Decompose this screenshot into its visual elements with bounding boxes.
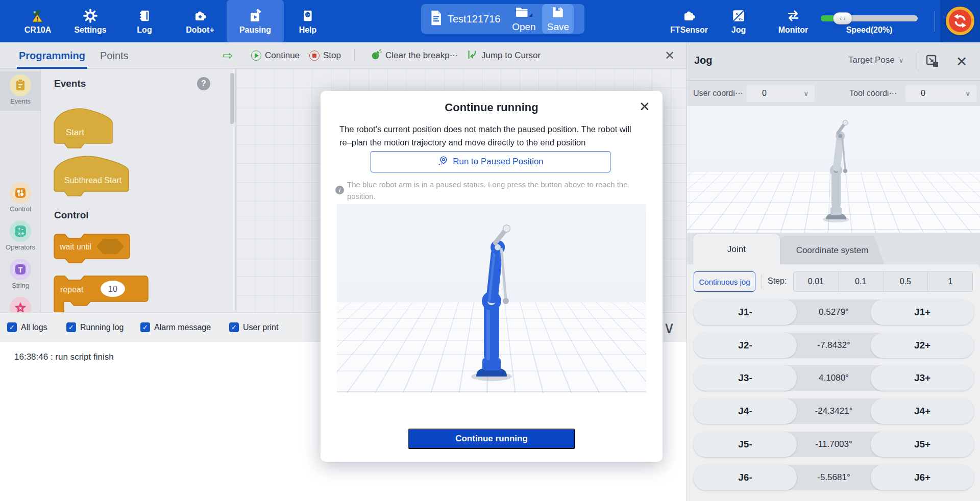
tab-programming[interactable]: Programming [19,42,85,69]
confirm-continue-running-button[interactable]: Continue running [408,429,575,449]
checkbox-checked-icon[interactable] [229,322,239,332]
emergency-stop-button[interactable] [946,7,974,35]
svg-text:✕: ✕ [19,306,22,311]
j5-minus-button[interactable]: J5- [694,432,797,457]
open-button[interactable]: Open [505,4,542,34]
j3-plus-button[interactable]: J3+ [871,365,974,391]
filter-alarm-message[interactable]: Alarm message [140,322,211,332]
dialog-body-text: The robot’s current position does not ma… [339,122,646,149]
save-floppy-icon [551,6,565,21]
j4-plus-button[interactable]: J4+ [871,398,974,424]
jog-3d-viewport[interactable] [687,106,980,233]
dialog-close-icon[interactable]: ✕ [636,98,653,115]
svg-text:×: × [18,231,20,236]
user-coord-value: 0 [747,89,803,98]
j1-value: 0.5279° [797,299,871,325]
filter-user-print[interactable]: User print [229,322,278,332]
block-start[interactable]: Start [53,108,114,152]
category-control[interactable]: Control [0,179,41,213]
palette-help-icon[interactable]: ? [197,77,210,90]
palette-section-events: Events [54,78,86,89]
j1-minus-button[interactable]: J1- [694,299,797,325]
j5-value: -11.7003° [797,432,871,457]
continue-button[interactable]: Continue [251,42,300,69]
speed-slider[interactable]: ‹› [821,15,918,21]
svg-text:÷: ÷ [21,231,24,236]
events-clipboard-icon [10,74,31,96]
clear-breakpoints-button[interactable]: Clear the breakp··· [371,42,458,69]
pose-selector-dropdown[interactable]: Target Pose∨ [848,55,903,65]
nav-item-jog[interactable]: x-x+ Jog [722,0,755,42]
dialog-title: Continue running [321,101,663,114]
j2-minus-button[interactable]: J2- [694,333,797,358]
user-coord-select[interactable]: 0 ∨ [747,85,815,102]
nav-item-ftsensor[interactable]: FTSensor [665,0,714,42]
panel-resize-button[interactable] [925,54,941,70]
joint-jog-content: Continuous jog Step: 0.01 0.1 0.5 1 J1- … [687,264,980,501]
j5-plus-button[interactable]: J5+ [871,432,974,457]
j6-minus-button[interactable]: J6- [694,465,797,490]
close-program-panel-button[interactable]: ✕ [659,42,680,69]
category-events[interactable]: Events [0,71,41,111]
clear-breakpoints-label: Clear the breakp··· [385,51,458,61]
nav-item-dobot-plus[interactable]: Dobot+ [178,0,223,42]
j4-minus-button[interactable]: J4- [694,398,797,424]
current-file-button[interactable]: Test121716 [421,4,505,34]
j3-minus-button[interactable]: J3- [694,365,797,391]
nav-label: Pausing [239,26,271,35]
header-divider [918,51,918,71]
help-doc-icon: ? [300,8,315,23]
tab-joint[interactable]: Joint [693,234,780,265]
step-option-1[interactable]: 1 [928,272,972,291]
stop-button[interactable]: Stop [309,42,341,69]
nav-item-settings[interactable]: Settings [67,0,113,42]
jog-xy-icon: x-x+ [731,8,746,23]
svg-text:x-: x- [736,11,740,15]
chevron-down-icon: ∨ [965,90,976,97]
nav-item-help[interactable]: ? Help [286,0,330,42]
step-size-segmented: 0.01 0.1 0.5 1 [793,271,973,292]
forward-arrow-icon: ⇨ [223,48,233,63]
speed-slider-handle[interactable]: ‹› [833,12,852,24]
nav-item-log[interactable]: Log [127,0,162,42]
nav-item-pausing[interactable]: Pausing [227,0,284,42]
checkbox-checked-icon[interactable] [66,322,76,332]
save-button[interactable]: Save [542,4,574,34]
tab-points[interactable]: Points [100,42,129,69]
file-name: Test121716 [448,13,500,25]
tab-label: Joint [727,244,746,255]
step-option-05[interactable]: 0.5 [884,272,928,291]
tab-coordinate-system[interactable]: Coordinate system [780,236,885,265]
jump-to-cursor-button[interactable]: Jump to Cursor [467,42,541,69]
block-subthread-start[interactable]: Subthread Start [53,156,130,199]
step-option-001[interactable]: 0.01 [794,272,839,291]
category-string[interactable]: T String [0,256,41,289]
category-label: Events [10,97,31,105]
j1-plus-button[interactable]: J1+ [871,299,974,325]
nav-item-robot-cr10a[interactable]: CR10A [16,0,59,42]
run-to-paused-position-button[interactable]: Run to Paused Position [371,151,610,172]
palette-scrollbar[interactable] [230,73,234,124]
close-jog-panel-button[interactable]: ✕ [951,52,972,72]
block-repeat[interactable]: repeat 10 [53,274,150,312]
tool-coord-select[interactable]: 0 ∨ [905,85,976,102]
filter-running-log[interactable]: Running log [66,322,124,332]
control-icon [10,182,31,204]
j6-plus-button[interactable]: J6+ [871,465,974,490]
stop-circle-icon [309,51,320,61]
block-wait-until[interactable]: wait until [53,232,131,265]
j2-plus-button[interactable]: J2+ [871,333,974,358]
checkbox-checked-icon[interactable] [140,322,150,332]
checkbox-checked-icon[interactable] [7,322,17,332]
filter-all-logs[interactable]: All logs [7,322,47,332]
step-forward-button[interactable]: ⇨ [223,42,233,69]
continuous-jog-button[interactable]: Continuous jog [694,271,755,292]
nav-label: CR10A [24,26,51,35]
continue-label: Continue [265,51,300,61]
svg-text:wait until: wait until [59,242,91,251]
block-category-sidebar: Events Control +-×÷ Operators T String ✕… [0,69,41,312]
nav-item-monitor[interactable]: Monitor [769,0,818,42]
category-operators[interactable]: +-×÷ Operators [0,217,41,251]
dialog-3d-viewport[interactable] [337,204,646,393]
step-option-01[interactable]: 0.1 [839,272,884,291]
